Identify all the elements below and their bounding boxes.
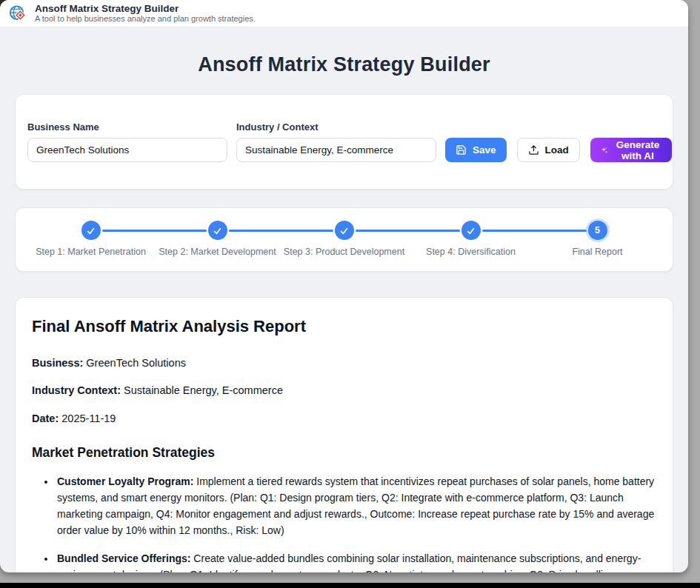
app-title: Ansoff Matrix Strategy Builder xyxy=(35,3,256,15)
report-business-line: Business: GreenTech Solutions xyxy=(32,357,656,370)
report-business-value: GreenTech Solutions xyxy=(83,357,186,369)
industry-field-group: Industry / Context xyxy=(236,121,436,162)
form-actions: Save Load Generate with AI xyxy=(445,138,672,162)
check-icon xyxy=(213,226,222,235)
generate-button-label: Generate with AI xyxy=(614,139,662,161)
app-window: Ansoff Matrix Strategy Builder A tool to… xyxy=(0,0,688,572)
check-icon xyxy=(339,226,349,235)
report-date-label: Date: xyxy=(32,412,59,424)
check-icon xyxy=(86,226,96,235)
upload-icon xyxy=(528,144,539,156)
save-button-label: Save xyxy=(473,144,496,156)
check-icon xyxy=(466,226,476,235)
step-1-label: Step 1: Market Penetration xyxy=(36,247,146,257)
industry-input[interactable] xyxy=(236,138,436,162)
app-subtitle: A tool to help businesses analyze and pl… xyxy=(35,14,256,24)
business-name-input[interactable] xyxy=(27,138,227,162)
step-2-label: Step 2: Market Development xyxy=(159,247,276,257)
step-1-circle xyxy=(81,221,101,240)
step-3-label: Step 3: Product Development xyxy=(284,247,404,257)
report-date-value: 2025-11-19 xyxy=(59,412,116,424)
step-1-market-penetration[interactable]: Step 1: Market Penetration xyxy=(27,221,154,257)
step-5-label: Final Report xyxy=(572,247,622,257)
business-name-label: Business Name xyxy=(27,121,227,133)
stepper-card: Step 1: Market Penetration Step 2: Marke… xyxy=(15,207,673,272)
report-industry-value: Sustainable Energy, E-commerce xyxy=(121,384,283,396)
header-text: Ansoff Matrix Strategy Builder A tool to… xyxy=(35,3,256,24)
report-title: Final Ansoff Matrix Analysis Report xyxy=(32,317,656,336)
sparkles-icon xyxy=(601,144,608,156)
step-5-circle: 5 xyxy=(588,221,607,240)
globe-commerce-icon xyxy=(9,4,27,23)
step-5-number: 5 xyxy=(595,225,600,235)
strategy-item-bundled-services: Bundled Service Offerings: Create value-… xyxy=(56,550,656,572)
report-industry-label: Industry Context: xyxy=(32,384,121,396)
stepper: Step 1: Market Penetration Step 2: Marke… xyxy=(27,221,661,257)
generate-with-ai-button[interactable]: Generate with AI xyxy=(590,138,673,162)
report-business-label: Business: xyxy=(32,357,83,369)
industry-label: Industry / Context xyxy=(236,121,436,133)
floppy-disk-icon xyxy=(456,144,467,156)
step-4-diversification[interactable]: Step 4: Diversification xyxy=(407,221,534,257)
report-industry-line: Industry Context: Sustainable Energy, E-… xyxy=(32,384,656,397)
report-date-line: Date: 2025-11-19 xyxy=(32,412,656,425)
load-button-label: Load xyxy=(545,144,569,156)
business-form-card: Business Name Industry / Context Save Lo… xyxy=(15,94,673,190)
step-3-product-development[interactable]: Step 3: Product Development xyxy=(281,221,407,257)
strategy-bullet-list: Customer Loyalty Program: Implement a ti… xyxy=(32,473,656,572)
step-2-circle xyxy=(208,221,227,240)
strategy-item-title: Customer Loyalty Program: xyxy=(57,475,193,487)
step-3-circle xyxy=(335,221,354,240)
page-title: Ansoff Matrix Strategy Builder xyxy=(0,53,688,76)
final-report-card: Final Ansoff Matrix Analysis Report Busi… xyxy=(15,297,673,572)
step-4-circle xyxy=(461,221,481,240)
step-4-label: Step 4: Diversification xyxy=(426,247,516,257)
business-name-field-group: Business Name xyxy=(27,121,227,162)
strategy-item-loyalty-program: Customer Loyalty Program: Implement a ti… xyxy=(56,473,656,538)
step-5-final-report[interactable]: 5 Final Report xyxy=(534,221,661,257)
load-button[interactable]: Load xyxy=(517,138,580,162)
save-button[interactable]: Save xyxy=(445,138,507,162)
step-2-market-development[interactable]: Step 2: Market Development xyxy=(154,221,281,257)
report-section-title: Market Penetration Strategies xyxy=(32,445,656,461)
screen-bottom-edge xyxy=(0,583,700,588)
app-header: Ansoff Matrix Strategy Builder A tool to… xyxy=(0,0,688,27)
strategy-item-title: Bundled Service Offerings: xyxy=(57,552,190,564)
